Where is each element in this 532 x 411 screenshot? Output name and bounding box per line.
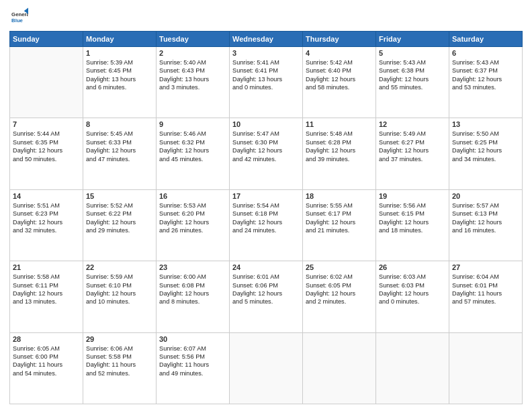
cell-content: Sunrise: 5:57 AM Sunset: 6:13 PM Dayligh… — [452, 201, 519, 235]
day-number: 10 — [232, 120, 300, 128]
calendar-cell: 30Sunrise: 6:07 AM Sunset: 5:56 PM Dayli… — [157, 332, 230, 404]
day-number: 19 — [379, 192, 446, 200]
cell-content: Sunrise: 5:51 AM Sunset: 6:23 PM Dayligh… — [13, 201, 80, 235]
week-row-4: 21Sunrise: 5:58 AM Sunset: 6:11 PM Dayli… — [10, 261, 523, 332]
cell-content: Sunrise: 5:45 AM Sunset: 6:33 PM Dayligh… — [86, 130, 153, 163]
day-number: 8 — [86, 120, 153, 128]
svg-text:General: General — [11, 11, 28, 17]
day-number: 2 — [159, 49, 226, 57]
cell-content: Sunrise: 5:55 AM Sunset: 6:17 PM Dayligh… — [306, 201, 373, 235]
calendar-cell: 28Sunrise: 6:05 AM Sunset: 6:00 PM Dayli… — [10, 332, 83, 404]
day-number: 24 — [232, 263, 300, 271]
svg-text:Blue: Blue — [11, 17, 24, 24]
calendar-cell: 24Sunrise: 6:01 AM Sunset: 6:06 PM Dayli… — [230, 261, 303, 332]
calendar-cell: 17Sunrise: 5:54 AM Sunset: 6:18 PM Dayli… — [230, 189, 303, 261]
logo-icon: General Blue — [9, 7, 28, 26]
cell-content: Sunrise: 5:54 AM Sunset: 6:18 PM Dayligh… — [232, 201, 300, 235]
cell-content: Sunrise: 5:52 AM Sunset: 6:22 PM Dayligh… — [86, 201, 153, 235]
calendar-cell — [10, 47, 83, 118]
week-row-5: 28Sunrise: 6:05 AM Sunset: 6:00 PM Dayli… — [10, 332, 523, 404]
calendar-cell: 13Sunrise: 5:50 AM Sunset: 6:25 PM Dayli… — [449, 118, 523, 189]
day-number: 1 — [86, 49, 153, 57]
weekday-header-tuesday: Tuesday — [157, 32, 230, 47]
cell-content: Sunrise: 5:59 AM Sunset: 6:10 PM Dayligh… — [86, 273, 153, 306]
day-number: 5 — [379, 49, 446, 57]
cell-content: Sunrise: 5:56 AM Sunset: 6:15 PM Dayligh… — [379, 201, 446, 235]
calendar-cell — [449, 332, 523, 404]
weekday-header-friday: Friday — [376, 32, 449, 47]
cell-content: Sunrise: 6:02 AM Sunset: 6:05 PM Dayligh… — [306, 273, 373, 306]
cell-content: Sunrise: 5:41 AM Sunset: 6:41 PM Dayligh… — [232, 58, 300, 92]
calendar-cell: 25Sunrise: 6:02 AM Sunset: 6:05 PM Dayli… — [303, 261, 376, 332]
calendar-cell: 7Sunrise: 5:44 AM Sunset: 6:35 PM Daylig… — [10, 118, 83, 189]
week-row-3: 14Sunrise: 5:51 AM Sunset: 6:23 PM Dayli… — [10, 189, 523, 261]
day-number: 26 — [379, 263, 446, 271]
cell-content: Sunrise: 6:07 AM Sunset: 5:56 PM Dayligh… — [159, 345, 226, 378]
calendar-cell: 6Sunrise: 5:43 AM Sunset: 6:37 PM Daylig… — [449, 47, 523, 118]
calendar-cell: 27Sunrise: 6:04 AM Sunset: 6:01 PM Dayli… — [449, 261, 523, 332]
weekday-header-wednesday: Wednesday — [230, 32, 303, 47]
day-number: 28 — [13, 335, 80, 343]
calendar-cell: 22Sunrise: 5:59 AM Sunset: 6:10 PM Dayli… — [83, 261, 157, 332]
day-number: 13 — [452, 120, 519, 128]
day-number: 20 — [452, 192, 519, 200]
cell-content: Sunrise: 5:50 AM Sunset: 6:25 PM Dayligh… — [452, 130, 519, 163]
calendar-cell: 8Sunrise: 5:45 AM Sunset: 6:33 PM Daylig… — [83, 118, 157, 189]
day-number: 4 — [306, 49, 373, 57]
cell-content: Sunrise: 5:53 AM Sunset: 6:20 PM Dayligh… — [159, 201, 226, 235]
weekday-header-monday: Monday — [83, 32, 157, 47]
cell-content: Sunrise: 6:06 AM Sunset: 5:58 PM Dayligh… — [86, 345, 153, 378]
day-number: 6 — [452, 49, 519, 57]
cell-content: Sunrise: 6:00 AM Sunset: 6:08 PM Dayligh… — [159, 273, 226, 306]
cell-content: Sunrise: 6:01 AM Sunset: 6:06 PM Dayligh… — [232, 273, 300, 306]
cell-content: Sunrise: 5:48 AM Sunset: 6:28 PM Dayligh… — [306, 130, 373, 163]
cell-content: Sunrise: 5:58 AM Sunset: 6:11 PM Dayligh… — [13, 273, 80, 306]
day-number: 15 — [86, 192, 153, 200]
day-number: 16 — [159, 192, 226, 200]
calendar-cell: 29Sunrise: 6:06 AM Sunset: 5:58 PM Dayli… — [83, 332, 157, 404]
cell-content: Sunrise: 6:03 AM Sunset: 6:03 PM Dayligh… — [379, 273, 446, 306]
page-header: General Blue — [9, 7, 523, 26]
cell-content: Sunrise: 6:04 AM Sunset: 6:01 PM Dayligh… — [452, 273, 519, 306]
calendar-cell: 3Sunrise: 5:41 AM Sunset: 6:41 PM Daylig… — [230, 47, 303, 118]
calendar-cell — [376, 332, 449, 404]
cell-content: Sunrise: 5:40 AM Sunset: 6:43 PM Dayligh… — [159, 58, 226, 92]
calendar-cell — [303, 332, 376, 404]
day-number: 3 — [232, 49, 300, 57]
day-number: 29 — [86, 335, 153, 343]
calendar-cell: 2Sunrise: 5:40 AM Sunset: 6:43 PM Daylig… — [157, 47, 230, 118]
weekday-header-saturday: Saturday — [449, 32, 523, 47]
calendar-cell: 10Sunrise: 5:47 AM Sunset: 6:30 PM Dayli… — [230, 118, 303, 189]
cell-content: Sunrise: 5:43 AM Sunset: 6:37 PM Dayligh… — [452, 58, 519, 92]
day-number: 21 — [13, 263, 80, 271]
day-number: 7 — [13, 120, 80, 128]
calendar-cell: 26Sunrise: 6:03 AM Sunset: 6:03 PM Dayli… — [376, 261, 449, 332]
cell-content: Sunrise: 5:39 AM Sunset: 6:45 PM Dayligh… — [86, 58, 153, 92]
cell-content: Sunrise: 5:49 AM Sunset: 6:27 PM Dayligh… — [379, 130, 446, 163]
day-number: 18 — [306, 192, 373, 200]
day-number: 23 — [159, 263, 226, 271]
calendar-cell: 5Sunrise: 5:43 AM Sunset: 6:38 PM Daylig… — [376, 47, 449, 118]
day-number: 14 — [13, 192, 80, 200]
calendar-cell: 16Sunrise: 5:53 AM Sunset: 6:20 PM Dayli… — [157, 189, 230, 261]
calendar-cell: 14Sunrise: 5:51 AM Sunset: 6:23 PM Dayli… — [10, 189, 83, 261]
cell-content: Sunrise: 6:05 AM Sunset: 6:00 PM Dayligh… — [13, 345, 80, 378]
calendar-cell: 9Sunrise: 5:46 AM Sunset: 6:32 PM Daylig… — [157, 118, 230, 189]
calendar-cell: 12Sunrise: 5:49 AM Sunset: 6:27 PM Dayli… — [376, 118, 449, 189]
cell-content: Sunrise: 5:47 AM Sunset: 6:30 PM Dayligh… — [232, 130, 300, 163]
cell-content: Sunrise: 5:44 AM Sunset: 6:35 PM Dayligh… — [13, 130, 80, 163]
calendar-cell: 23Sunrise: 6:00 AM Sunset: 6:08 PM Dayli… — [157, 261, 230, 332]
weekday-header-thursday: Thursday — [303, 32, 376, 47]
day-number: 11 — [306, 120, 373, 128]
week-row-2: 7Sunrise: 5:44 AM Sunset: 6:35 PM Daylig… — [10, 118, 523, 189]
week-row-1: 1Sunrise: 5:39 AM Sunset: 6:45 PM Daylig… — [10, 47, 523, 118]
cell-content: Sunrise: 5:46 AM Sunset: 6:32 PM Dayligh… — [159, 130, 226, 163]
calendar-cell: 11Sunrise: 5:48 AM Sunset: 6:28 PM Dayli… — [303, 118, 376, 189]
weekday-header-row: SundayMondayTuesdayWednesdayThursdayFrid… — [10, 32, 523, 47]
calendar-cell: 15Sunrise: 5:52 AM Sunset: 6:22 PM Dayli… — [83, 189, 157, 261]
cell-content: Sunrise: 5:43 AM Sunset: 6:38 PM Dayligh… — [379, 58, 446, 92]
cell-content: Sunrise: 5:42 AM Sunset: 6:40 PM Dayligh… — [306, 58, 373, 92]
day-number: 22 — [86, 263, 153, 271]
calendar-cell: 4Sunrise: 5:42 AM Sunset: 6:40 PM Daylig… — [303, 47, 376, 118]
calendar-cell: 1Sunrise: 5:39 AM Sunset: 6:45 PM Daylig… — [83, 47, 157, 118]
